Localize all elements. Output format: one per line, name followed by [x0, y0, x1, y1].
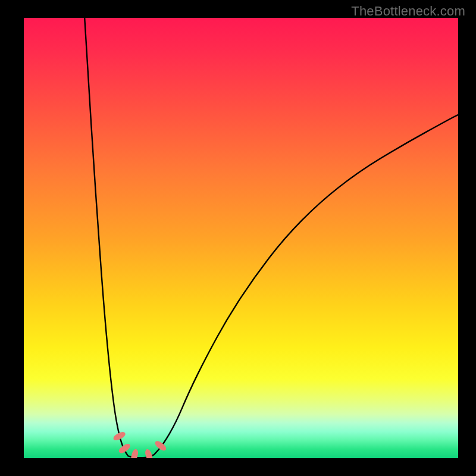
- bottleneck-curve: [84, 18, 458, 458]
- plot-area: [24, 18, 458, 458]
- curve-marker: [130, 449, 139, 458]
- chart-frame: TheBottleneck.com: [0, 0, 476, 476]
- curve-layer: [24, 18, 458, 458]
- curve-marker: [144, 449, 154, 458]
- watermark-text: TheBottleneck.com: [351, 4, 465, 19]
- marker-layer: [112, 430, 168, 458]
- curve-marker: [117, 442, 131, 455]
